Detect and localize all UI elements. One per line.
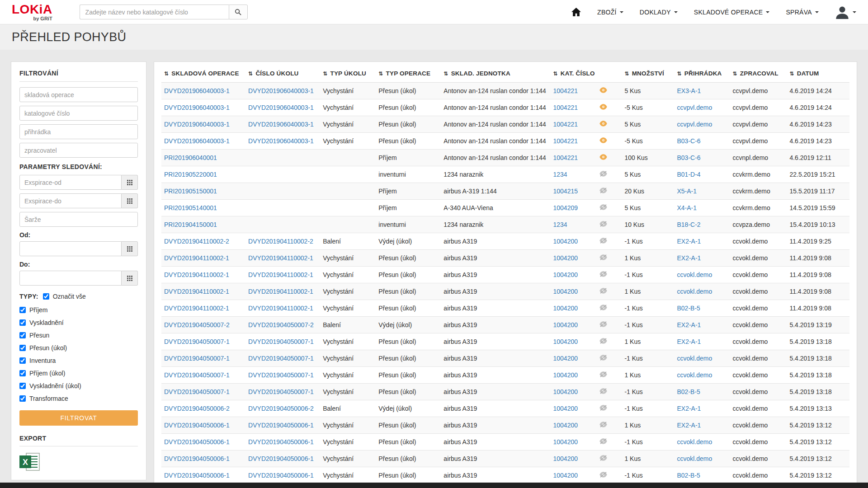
filter-button[interactable]: FILTROVAT xyxy=(19,410,138,426)
bin-link[interactable]: B03-C-6 xyxy=(677,154,700,161)
task-link[interactable]: DVYD201904050007-1 xyxy=(248,338,314,345)
operation-link[interactable]: PRI201905220001 xyxy=(164,171,217,178)
bin-link[interactable]: X4-A-1 xyxy=(677,204,697,211)
type-checkbox-row[interactable]: Příjem xyxy=(19,304,138,316)
catalog-link[interactable]: 1234 xyxy=(553,171,567,178)
eye-slash-icon[interactable] xyxy=(599,355,607,361)
operation-link[interactable]: DVYD201906040003-1 xyxy=(164,137,230,145)
catalog-link[interactable]: 1004200 xyxy=(553,405,578,412)
operation-link[interactable]: DVYD201904050007-1 xyxy=(164,355,230,362)
catalog-link[interactable]: 1004221 xyxy=(553,104,578,111)
task-link[interactable]: DVYD201904050007-1 xyxy=(248,371,314,379)
type-checkbox[interactable] xyxy=(19,307,26,313)
task-link[interactable]: DVYD201904050006-1 xyxy=(248,422,314,429)
type-checkbox-row[interactable]: Vyskladnění (úkol) xyxy=(19,380,138,392)
type-checkbox[interactable] xyxy=(19,370,26,376)
bin-link[interactable]: ccvokl.demo xyxy=(677,355,712,362)
type-checkbox[interactable] xyxy=(19,395,26,402)
catalog-link[interactable]: 1004200 xyxy=(553,338,578,345)
type-checkbox[interactable] xyxy=(19,383,26,389)
bin-link[interactable]: ccvokl.demo xyxy=(677,438,712,446)
bin-link[interactable]: EX2-A-1 xyxy=(677,238,701,245)
filter-operation-input[interactable] xyxy=(19,87,138,102)
nav-item-zbozi[interactable]: ZBOŽÍ xyxy=(597,9,623,16)
eye-slash-icon[interactable] xyxy=(599,204,607,210)
catalog-link[interactable]: 1004200 xyxy=(553,388,578,395)
bin-link[interactable]: B02-B-5 xyxy=(677,305,700,312)
eye-slash-icon[interactable] xyxy=(599,371,607,377)
bin-link[interactable]: B18-C-2 xyxy=(677,221,700,228)
task-link[interactable]: DVYD201904050006-1 xyxy=(248,455,314,462)
catalog-link[interactable]: 1004221 xyxy=(553,121,578,128)
bin-link[interactable]: B02-B-5 xyxy=(677,472,700,479)
task-link[interactable]: DVYD201906040003-1 xyxy=(248,137,314,145)
column-header[interactable]: ⇅DATUM xyxy=(787,64,849,83)
catalog-link[interactable]: 1004200 xyxy=(553,254,578,262)
nav-item-doklady[interactable]: DOKLADY xyxy=(640,9,678,16)
eye-slash-icon[interactable] xyxy=(599,321,607,327)
bin-link[interactable]: EX2-A-1 xyxy=(677,321,701,328)
task-link[interactable]: DVYD201904110002-1 xyxy=(248,288,313,295)
filter-bin-input[interactable] xyxy=(19,124,138,139)
bin-link[interactable]: EX3-A-1 xyxy=(677,87,701,94)
eye-slash-icon[interactable] xyxy=(599,405,607,411)
eye-slash-icon[interactable] xyxy=(599,221,607,227)
bin-link[interactable]: ccvokl.demo xyxy=(677,288,712,295)
filter-user-input[interactable] xyxy=(19,143,138,158)
type-checkbox[interactable] xyxy=(19,319,26,326)
task-link[interactable]: DVYD201904110002-1 xyxy=(248,271,313,278)
calendar-button[interactable] xyxy=(122,175,138,190)
eye-slash-icon[interactable] xyxy=(599,472,607,478)
catalog-link[interactable]: 1004200 xyxy=(553,305,578,312)
type-checkbox-row[interactable]: Příjem (úkol) xyxy=(19,367,138,380)
catalog-link[interactable]: 1004221 xyxy=(553,154,578,161)
task-link[interactable]: DVYD201904050007-1 xyxy=(248,355,314,362)
operation-link[interactable]: DVYD201904050006-1 xyxy=(164,472,230,479)
task-link[interactable]: DVYD201904050007-2 xyxy=(248,321,314,328)
task-link[interactable]: DVYD201904050006-1 xyxy=(248,438,314,446)
bin-link[interactable]: B02-B-5 xyxy=(677,388,700,395)
eye-slash-icon[interactable] xyxy=(599,305,607,310)
eye-icon[interactable] xyxy=(599,137,607,143)
catalog-link[interactable]: 1004200 xyxy=(553,438,578,446)
bin-link[interactable]: EX2-A-1 xyxy=(677,254,701,262)
eye-slash-icon[interactable] xyxy=(599,188,607,193)
column-header[interactable]: ⇅SKLADOVÁ OPERACE xyxy=(161,64,245,83)
bin-link[interactable]: B01-D-4 xyxy=(677,171,700,178)
eye-slash-icon[interactable] xyxy=(599,254,607,260)
type-checkbox[interactable] xyxy=(19,345,26,351)
task-link[interactable]: DVYD201904050006-2 xyxy=(248,405,314,412)
eye-icon[interactable] xyxy=(599,121,607,127)
operation-link[interactable]: DVYD201904110002-1 xyxy=(164,271,229,278)
operation-link[interactable]: DVYD201904050007-2 xyxy=(164,321,230,328)
operation-link[interactable]: DVYD201904110002-2 xyxy=(164,238,229,245)
bin-link[interactable]: B03-C-6 xyxy=(677,137,700,145)
search-input[interactable] xyxy=(80,5,229,19)
operation-link[interactable]: DVYD201904050006-1 xyxy=(164,455,230,462)
operation-link[interactable]: PRI201905140001 xyxy=(164,204,217,211)
user-menu[interactable] xyxy=(835,5,856,19)
catalog-link[interactable]: 1004200 xyxy=(553,472,578,479)
task-link[interactable]: DVYD201904050006-1 xyxy=(248,472,314,479)
catalog-link[interactable]: 1004221 xyxy=(553,137,578,145)
brand-logo[interactable]: LOKiA by GRiT xyxy=(12,3,52,21)
catalog-link[interactable]: 1004200 xyxy=(553,321,578,328)
nav-item-skladove-operace[interactable]: SKLADOVÉ OPERACE xyxy=(694,9,770,16)
operation-link[interactable]: DVYD201904050007-1 xyxy=(164,388,230,395)
operation-link[interactable]: DVYD201904050007-1 xyxy=(164,371,230,379)
type-checkbox-row[interactable]: Vyskladnění xyxy=(19,316,138,329)
operation-link[interactable]: DVYD201904110002-1 xyxy=(164,288,229,295)
operation-link[interactable]: PRI201905150001 xyxy=(164,188,217,195)
eye-slash-icon[interactable] xyxy=(599,388,607,394)
task-link[interactable]: DVYD201906040003-1 xyxy=(248,87,314,94)
column-header[interactable]: ⇅MNOŽSTVÍ xyxy=(622,64,674,83)
column-header[interactable]: ⇅ČÍSLO ÚKOLU xyxy=(245,64,320,83)
date-to-input[interactable] xyxy=(19,271,122,286)
eye-slash-icon[interactable] xyxy=(599,422,607,427)
home-button[interactable] xyxy=(571,8,581,16)
eye-slash-icon[interactable] xyxy=(599,338,607,344)
operation-link[interactable]: DVYD201906040003-1 xyxy=(164,121,230,128)
operation-link[interactable]: DVYD201904050006-1 xyxy=(164,422,230,429)
eye-slash-icon[interactable] xyxy=(599,271,607,277)
nav-item-sprava[interactable]: SPRÁVA xyxy=(786,9,819,16)
